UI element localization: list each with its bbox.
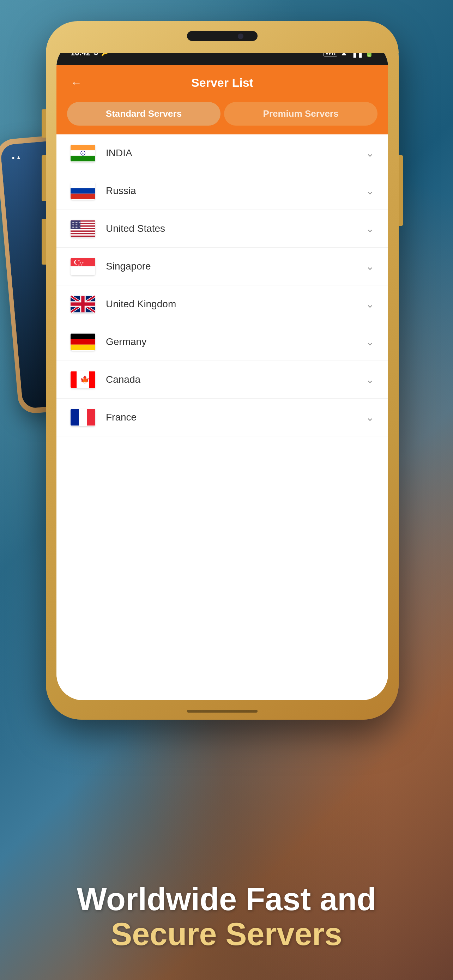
home-indicator xyxy=(187,710,257,713)
chevron-down-icon: ⌄ xyxy=(366,185,374,197)
back-button[interactable]: ← xyxy=(71,76,82,89)
server-list: INDIA ⌄ Russia ⌄ xyxy=(56,134,388,700)
svg-rect-40 xyxy=(71,339,95,345)
svg-rect-15 xyxy=(71,229,95,231)
svg-rect-44 xyxy=(89,371,95,388)
chevron-down-icon: ⌄ xyxy=(366,148,374,159)
chevron-down-icon: ⌄ xyxy=(366,374,374,386)
svg-rect-46 xyxy=(71,409,79,426)
page-title: Server List xyxy=(191,76,253,90)
tab-standard[interactable]: Standard Servers xyxy=(67,102,221,126)
svg-rect-17 xyxy=(71,234,95,235)
country-name: Canada xyxy=(106,374,366,385)
svg-rect-3 xyxy=(71,145,95,151)
svg-text:★ ★: ★ ★ xyxy=(78,264,82,266)
bottom-line1: Worldwide Fast and xyxy=(21,882,432,917)
phone-main: 10:42 ⊙ 🔑 VPN ▲ ▐▐ 🔋 ← Server List Stand… xyxy=(46,21,399,720)
chevron-down-icon: ⌄ xyxy=(366,223,374,235)
list-item[interactable]: United Kingdom ⌄ xyxy=(56,285,388,323)
svg-rect-5 xyxy=(71,156,95,162)
country-name: France xyxy=(106,412,366,423)
flag-germany xyxy=(71,333,95,351)
tab-container: Standard Servers Premium Servers xyxy=(56,97,388,134)
svg-rect-24 xyxy=(71,266,95,274)
svg-rect-43 xyxy=(71,371,76,388)
list-item[interactable]: ★★★★★★ ★★★★★ ★★★★★★ ★★★★★ United States … xyxy=(56,210,388,248)
app-screen: 10:42 ⊙ 🔑 VPN ▲ ▐▐ 🔋 ← Server List Stand… xyxy=(56,41,388,700)
list-item[interactable]: 🍁 Canada ⌄ xyxy=(56,361,388,399)
svg-rect-9 xyxy=(71,188,95,194)
country-name: Germany xyxy=(106,336,366,347)
app-header: ← Server List xyxy=(56,65,388,97)
list-item[interactable]: France ⌄ xyxy=(56,399,388,436)
country-name: Singapore xyxy=(106,261,366,272)
flag-india xyxy=(71,144,95,162)
country-name: United States xyxy=(106,223,366,234)
country-name: INDIA xyxy=(106,148,366,159)
flag-canada: 🍁 xyxy=(71,371,95,388)
svg-rect-48 xyxy=(87,409,95,426)
chevron-down-icon: ⌄ xyxy=(366,261,374,272)
svg-point-7 xyxy=(82,153,83,153)
flag-russia xyxy=(71,182,95,200)
svg-rect-41 xyxy=(71,345,95,350)
tab-premium[interactable]: Premium Servers xyxy=(224,102,377,126)
svg-rect-16 xyxy=(71,232,95,233)
list-item[interactable]: INDIA ⌄ xyxy=(56,134,388,172)
list-item[interactable]: Germany ⌄ xyxy=(56,323,388,361)
country-name: Russia xyxy=(106,185,366,196)
svg-text:★: ★ xyxy=(78,259,80,262)
list-item[interactable]: ★ ★ ★ ★ ★ Singapore ⌄ xyxy=(56,248,388,285)
chevron-down-icon: ⌄ xyxy=(366,336,374,348)
flag-uk xyxy=(71,295,95,313)
svg-rect-39 xyxy=(71,334,95,339)
svg-text:🍁: 🍁 xyxy=(80,375,90,385)
svg-text:★★★★★: ★★★★★ xyxy=(72,226,79,228)
bottom-line2: Secure Servers xyxy=(21,917,432,952)
chevron-down-icon: ⌄ xyxy=(366,298,374,310)
list-item[interactable]: Russia ⌄ xyxy=(56,172,388,210)
svg-rect-10 xyxy=(71,194,95,199)
flag-france xyxy=(71,409,95,426)
marketing-text: Worldwide Fast and Secure Servers xyxy=(0,882,453,952)
flag-singapore: ★ ★ ★ ★ ★ xyxy=(71,258,95,275)
svg-rect-38 xyxy=(71,302,95,305)
chevron-down-icon: ⌄ xyxy=(366,412,374,423)
svg-rect-8 xyxy=(71,183,95,188)
country-name: United Kingdom xyxy=(106,298,366,310)
flag-us: ★★★★★★ ★★★★★ ★★★★★★ ★★★★★ xyxy=(71,220,95,237)
svg-rect-47 xyxy=(79,409,87,426)
